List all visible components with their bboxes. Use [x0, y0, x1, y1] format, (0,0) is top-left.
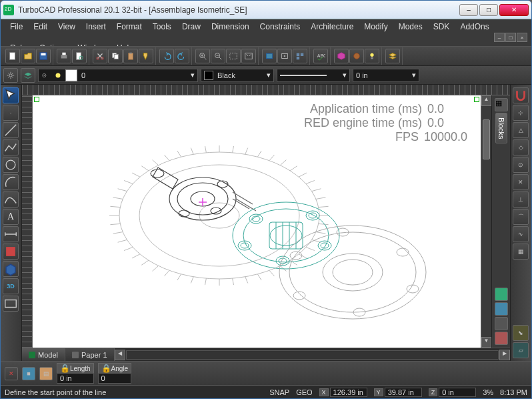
lineweight-selector[interactable]: 0 in ▾	[353, 69, 419, 82]
menu-tools[interactable]: Tools	[147, 21, 177, 33]
geo-toggle[interactable]: GEO	[296, 388, 312, 396]
snap-midpoint-icon[interactable]: △	[513, 122, 529, 138]
ucs-icon[interactable]: ⬊	[513, 325, 529, 341]
menu-sdk[interactable]: SDK	[428, 21, 455, 33]
print-button[interactable]	[57, 49, 71, 63]
cancel-icon[interactable]: ✕	[5, 367, 18, 380]
horizontal-ruler[interactable]	[22, 85, 510, 95]
menu-modify[interactable]: Modify	[359, 21, 393, 33]
coord-x[interactable]: 126.39 in	[330, 388, 367, 397]
3d-tool[interactable]: 3D	[3, 278, 19, 294]
snap-tangent-icon[interactable]: ⌒	[513, 209, 529, 225]
coord-z[interactable]: 0 in	[439, 388, 476, 397]
vertical-scrollbar[interactable]: ▲ ▼	[481, 95, 491, 348]
snap-perpendicular-icon[interactable]: ⊥	[513, 191, 529, 208]
mdi-restore-button[interactable]: □	[505, 33, 516, 42]
arc-tool[interactable]	[3, 174, 19, 190]
viewport-tool[interactable]	[3, 296, 19, 312]
text-tool[interactable]: A	[3, 209, 19, 225]
redo-button[interactable]	[175, 49, 189, 63]
paper1-tab[interactable]: Paper 1	[65, 348, 115, 361]
spellcheck-button[interactable]: ABC	[313, 49, 328, 63]
box-tool[interactable]	[3, 261, 19, 277]
color-selector[interactable]: Black ▾	[201, 69, 274, 82]
palette-btn-1[interactable]	[495, 288, 508, 301]
view-manager-button[interactable]	[293, 49, 307, 63]
menu-draw[interactable]: Draw	[177, 21, 206, 33]
angle-value[interactable]: 0	[98, 373, 132, 384]
previous-view-button[interactable]	[277, 49, 292, 63]
vertical-ruler[interactable]	[22, 95, 33, 348]
named-view-button[interactable]	[262, 49, 277, 63]
point-tool[interactable]: ·	[3, 105, 19, 121]
length-field[interactable]: 🔒Length 0 in	[57, 363, 94, 384]
snap-intersection-icon[interactable]: ✕	[513, 174, 529, 190]
lock-icon[interactable]: 🔒	[101, 364, 111, 373]
palette-toggle-icon[interactable]: ▦	[495, 98, 508, 111]
copy-button[interactable]	[108, 49, 123, 63]
print-preview-button[interactable]	[72, 49, 87, 63]
cut-button[interactable]	[93, 49, 107, 63]
properties-icon[interactable]: ▤	[39, 367, 53, 380]
settings-icon[interactable]	[3, 68, 18, 83]
zoom-extents-button[interactable]	[241, 49, 256, 63]
menu-edit[interactable]: Edit	[28, 21, 53, 33]
linetype-selector[interactable]: ▾	[277, 69, 350, 82]
circle-tool[interactable]	[3, 157, 19, 173]
model-tab[interactable]: Model	[22, 348, 65, 361]
scroll-left-button[interactable]: ◀	[115, 350, 125, 360]
save-button[interactable]	[36, 49, 51, 63]
format-painter-button[interactable]	[139, 49, 153, 63]
finish-icon[interactable]: ■	[22, 367, 35, 380]
dimension-tool[interactable]	[3, 226, 19, 242]
close-button[interactable]: ✕	[499, 4, 529, 16]
zoom-level[interactable]: 3%	[483, 388, 493, 396]
snap-vertex-icon[interactable]: ◇	[513, 139, 529, 155]
line-tool[interactable]	[3, 122, 19, 138]
open-button[interactable]	[21, 49, 35, 63]
zoom-out-button[interactable]	[211, 49, 225, 63]
menu-architecture[interactable]: Architecture	[305, 21, 359, 33]
materials-button[interactable]	[349, 49, 364, 63]
horizontal-scrollbar[interactable]: ◀ ▶	[115, 348, 511, 361]
menu-insert[interactable]: Insert	[81, 21, 111, 33]
palette-btn-3[interactable]	[495, 317, 508, 330]
workplane-icon[interactable]: ▱	[513, 342, 529, 358]
scroll-up-button[interactable]: ▲	[481, 95, 491, 106]
menu-dimension[interactable]: Dimension	[206, 21, 255, 33]
scroll-down-button[interactable]: ▼	[481, 337, 491, 348]
menu-format[interactable]: Format	[111, 21, 147, 33]
mdi-minimize-button[interactable]: –	[494, 33, 505, 42]
maximize-button[interactable]: □	[479, 4, 498, 16]
snap-grid-icon[interactable]: ▦	[513, 244, 529, 260]
polyline-tool[interactable]	[3, 139, 19, 155]
layer-stack-icon[interactable]	[21, 68, 35, 83]
snap-toggle[interactable]: SNAP	[269, 388, 289, 396]
layers-button[interactable]	[385, 49, 400, 63]
menu-file[interactable]: File	[5, 21, 28, 33]
zoom-in-button[interactable]	[195, 49, 210, 63]
lights-button[interactable]	[365, 49, 379, 63]
palette-btn-2[interactable]	[495, 302, 508, 316]
snap-endpoint-icon[interactable]: ⊹	[513, 105, 529, 121]
drawing-canvas[interactable]: Application time (ms)0.0 RED engine time…	[33, 95, 481, 348]
menu-addons[interactable]: AddOns	[455, 21, 494, 33]
menu-view[interactable]: View	[53, 21, 81, 33]
lock-icon[interactable]: 🔒	[60, 364, 70, 373]
titlebar[interactable]: TurboCAD Professional 20.1 32-bit - [Ass…	[1, 1, 531, 19]
menu-constraints[interactable]: Constraints	[255, 21, 306, 33]
blocks-palette-tab[interactable]: Blocks	[495, 113, 507, 143]
coord-y[interactable]: 39.87 in	[385, 388, 422, 397]
paste-button[interactable]	[123, 49, 138, 63]
angle-field[interactable]: 🔒Angle 0	[98, 363, 132, 384]
palette-btn-4[interactable]	[495, 332, 508, 345]
curve-tool[interactable]	[3, 191, 19, 208]
hatch-tool[interactable]	[3, 244, 19, 260]
minimize-button[interactable]: –	[459, 4, 478, 16]
snap-center-icon[interactable]: ⊙	[513, 157, 529, 173]
layer-selector[interactable]: 0 ▾	[38, 69, 198, 82]
menu-modes[interactable]: Modes	[393, 21, 428, 33]
length-value[interactable]: 0 in	[57, 373, 94, 384]
new-button[interactable]	[5, 49, 20, 63]
scroll-right-button[interactable]: ▶	[499, 350, 510, 360]
